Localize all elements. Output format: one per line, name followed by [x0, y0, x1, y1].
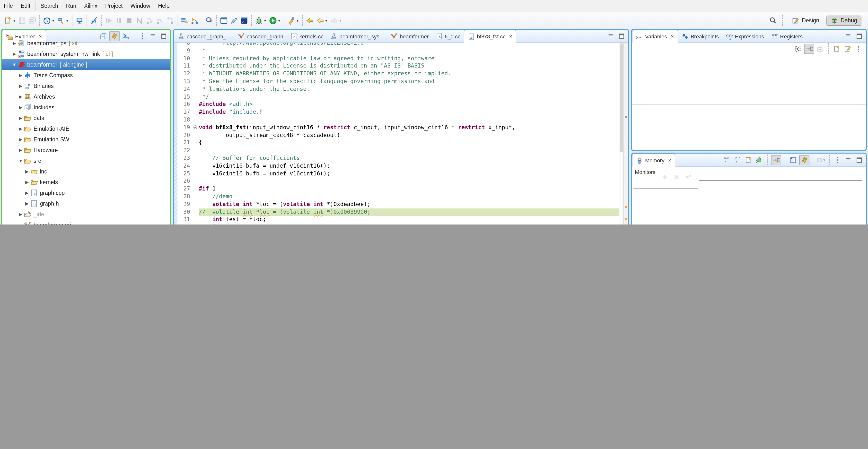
tab-beamformer[interactable]: beamformer	[387, 30, 432, 42]
tab-cascade-graph[interactable]: cascade_graph	[234, 30, 286, 42]
overview-mark[interactable]	[625, 206, 627, 208]
chevron-right-icon[interactable]: ▶	[18, 116, 24, 121]
overview-mark[interactable]	[625, 116, 627, 118]
tree-item-binaries[interactable]: ▶10101Binaries	[2, 81, 170, 91]
i1010u-button[interactable]: 1010	[733, 155, 742, 164]
chevron-right-icon[interactable]: ▶	[24, 169, 30, 174]
close-icon[interactable]: ✕	[671, 34, 674, 39]
linkTree-button[interactable]	[771, 155, 781, 165]
linkEd-button[interactable]	[799, 155, 809, 165]
tree-item-trace-compass[interactable]: ▶Trace Compass	[2, 70, 170, 81]
overview-mark[interactable]	[625, 218, 627, 220]
docPlus-button[interactable]	[832, 44, 841, 53]
i1010d-button[interactable]: 1010	[722, 155, 732, 164]
tab-beamformer-sys[interactable]: beamformer_sys...	[327, 30, 387, 42]
menu-item-project[interactable]: Project	[101, 0, 127, 12]
termNew-button[interactable]: >_	[219, 14, 229, 26]
maxb-button[interactable]	[855, 31, 864, 40]
menu-item-help[interactable]: Help	[154, 0, 173, 12]
docPen-button[interactable]	[843, 44, 852, 53]
tree-item-beamformer-ps[interactable]: ▶beamformer_ps[ xit ]	[2, 38, 170, 49]
tree-item-archives[interactable]: ▶Archives	[2, 91, 170, 102]
tree-item-beamformer-system-hw-link[interactable]: ▶beamformer_system_hw_link[ pl ]	[2, 49, 170, 59]
marker-button[interactable]: ▼	[286, 14, 300, 26]
tree-item-ide[interactable]: ▶_ide	[2, 209, 170, 220]
tab-expressions[interactable]: x=Expressions	[722, 30, 767, 42]
close-icon[interactable]: ✕	[668, 158, 671, 163]
code-view[interactable]: 8 * http://www.apache.org/licenses/LICEN…	[174, 43, 628, 224]
chevron-right-icon[interactable]: ▶	[18, 84, 24, 89]
tab-memory[interactable]: Memory✕	[632, 154, 676, 167]
chevron-right-icon[interactable]: ▶	[18, 212, 24, 217]
tab-kernels-cc[interactable]: .ckernels.cc	[287, 30, 327, 42]
minb-button[interactable]	[606, 31, 616, 40]
menu-item-file[interactable]: File	[0, 0, 17, 12]
tree-item-src[interactable]: ▼src	[2, 156, 170, 166]
clockB-button[interactable]: ▼	[42, 14, 56, 26]
tree-item-hardware[interactable]: ▶Hardware	[2, 145, 170, 156]
profList-button[interactable]	[179, 14, 190, 26]
fold-collapse-icon[interactable]: −	[193, 125, 197, 129]
tab-6-0-cc[interactable]: .c6_0.cc	[432, 30, 464, 42]
chevron-right-icon[interactable]: ▶	[18, 148, 24, 153]
backO-button[interactable]: ▼	[315, 14, 329, 26]
attach-button[interactable]	[229, 14, 239, 26]
tab-bf8x8-fst-cc[interactable]: .cbf8x8_fst.cc✕	[464, 30, 517, 43]
docPlus-button[interactable]	[744, 155, 753, 164]
minb-button[interactable]	[844, 31, 853, 40]
tree-item-inc[interactable]: ▶inc	[2, 166, 170, 177]
linkTree-button[interactable]	[804, 43, 814, 54]
pinG-button[interactable]	[754, 155, 764, 164]
tab-breakpoints[interactable]: Breakpoints	[678, 30, 722, 42]
minb-button[interactable]	[844, 155, 853, 164]
tab-registers[interactable]: 10100101Registers	[767, 30, 806, 42]
menu-item-search[interactable]: Search	[37, 0, 62, 12]
chevron-right-icon[interactable]: ▶	[24, 180, 30, 185]
chevron-down-icon[interactable]: ▼	[18, 158, 24, 163]
tableG-button[interactable]	[788, 155, 798, 164]
termD-button[interactable]: >	[239, 14, 249, 26]
tree-item-emulation-aie[interactable]: ▶Emulation-AIE	[2, 123, 170, 134]
tree-item-beamformer-prj[interactable]: beamformer.prj	[2, 220, 170, 224]
tab-cascade-graph[interactable]: cascade_graph_...	[174, 30, 234, 42]
tree-item-kernels[interactable]: ▶kernels	[2, 177, 170, 188]
bug-button[interactable]: ▼	[254, 14, 268, 26]
typesK-button[interactable]	[794, 44, 803, 53]
chevron-right-icon[interactable]: ▶	[11, 52, 18, 56]
chevron-right-icon[interactable]: ▶	[18, 73, 24, 78]
maxb-button[interactable]	[617, 31, 626, 40]
keyQ-button[interactable]	[204, 14, 214, 26]
chevron-right-icon[interactable]: ▶	[18, 94, 24, 99]
menu-item-run[interactable]: Run	[62, 0, 80, 12]
tree-item-includes[interactable]: ▶hIncludes	[2, 102, 170, 113]
menu-item-window[interactable]: Window	[126, 0, 154, 12]
tab-variables[interactable]: (x)=Variables✕	[632, 30, 678, 43]
perspective-debug-button[interactable]: Debug	[827, 15, 862, 26]
tree-item-emulation-sw[interactable]: ▶Emulation-SW	[2, 134, 170, 145]
close-icon[interactable]: ✕	[509, 34, 513, 39]
tree-item-graph-h[interactable]: ▶.hgraph.h	[2, 198, 170, 209]
traceStep-button[interactable]	[190, 14, 200, 26]
chevron-right-icon[interactable]: ▶	[24, 201, 30, 206]
tree-item-graph-cpp[interactable]: ▶.cgraph.cpp	[2, 188, 170, 198]
chevron-right-icon[interactable]: ▶	[24, 191, 30, 195]
perspective-design-button[interactable]: Design	[788, 16, 823, 25]
newWiz-button[interactable]: ▼	[3, 14, 17, 26]
maxb-button[interactable]	[855, 155, 864, 164]
chevron-right-icon[interactable]: ▶	[18, 137, 24, 142]
play-button[interactable]: ▼	[268, 14, 282, 26]
chevron-down-icon[interactable]: ▼	[11, 62, 18, 67]
editor-overview-ruler[interactable]	[623, 43, 628, 224]
menu-item-edit[interactable]: Edit	[17, 0, 34, 12]
hammer-button[interactable]: ▼	[56, 14, 70, 26]
skipBp-button[interactable]	[89, 14, 99, 26]
chevron-right-icon[interactable]: ▶	[11, 41, 18, 46]
chevron-right-icon[interactable]: ▶	[18, 105, 24, 110]
menu-item-xilinx[interactable]: Xilinx	[80, 0, 101, 12]
tree-item-data[interactable]: ▶data	[2, 113, 170, 123]
backA-button[interactable]	[305, 14, 315, 26]
editor-vertical-scrollbar[interactable]	[619, 43, 624, 224]
dots-button[interactable]	[854, 44, 863, 53]
tree-item-beamformer[interactable]: ▼beamformer[ aiengine ]	[2, 59, 170, 70]
mon-button[interactable]	[74, 14, 85, 26]
